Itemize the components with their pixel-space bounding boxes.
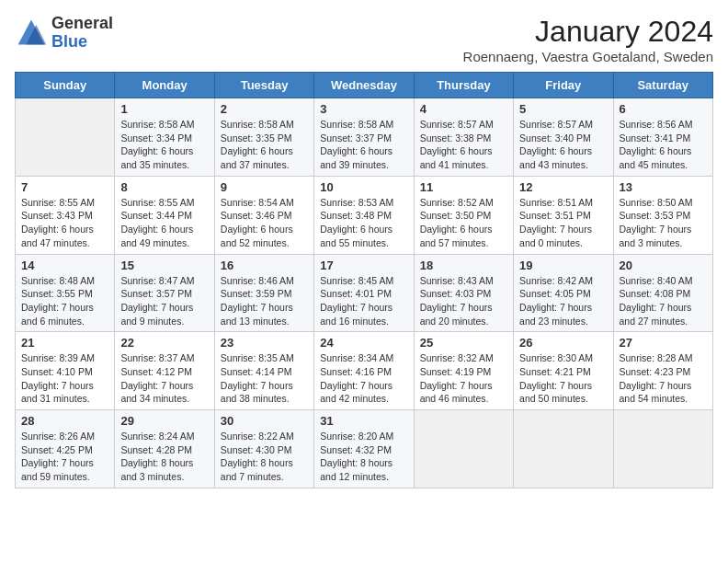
- page-header: General Blue January 2024 Roennaeng, Vae…: [15, 15, 713, 64]
- day-cell: 6Sunrise: 8:56 AM Sunset: 3:41 PM Daylig…: [613, 98, 712, 177]
- day-number: 23: [221, 336, 308, 350]
- day-number: 5: [519, 102, 607, 116]
- day-info: Sunrise: 8:52 AM Sunset: 3:50 PM Dayligh…: [420, 196, 507, 250]
- day-cell: 21Sunrise: 8:39 AM Sunset: 4:10 PM Dayli…: [16, 332, 115, 410]
- day-cell: [514, 410, 613, 488]
- day-info: Sunrise: 8:45 AM Sunset: 4:01 PM Dayligh…: [320, 274, 407, 328]
- week-row-3: 14Sunrise: 8:48 AM Sunset: 3:55 PM Dayli…: [16, 254, 713, 332]
- header-cell-monday: Monday: [115, 73, 214, 98]
- day-cell: 17Sunrise: 8:45 AM Sunset: 4:01 PM Dayli…: [314, 254, 414, 332]
- day-info: Sunrise: 8:35 AM Sunset: 4:14 PM Dayligh…: [221, 351, 308, 406]
- week-row-4: 21Sunrise: 8:39 AM Sunset: 4:10 PM Dayli…: [16, 332, 713, 410]
- day-cell: 15Sunrise: 8:47 AM Sunset: 3:57 PM Dayli…: [115, 254, 214, 332]
- day-number: 27: [620, 336, 707, 350]
- month-year: January 2024: [463, 15, 713, 49]
- day-info: Sunrise: 8:20 AM Sunset: 4:32 PM Dayligh…: [320, 430, 407, 484]
- day-number: 15: [120, 259, 208, 272]
- day-cell: 14Sunrise: 8:48 AM Sunset: 3:55 PM Dayli…: [16, 254, 115, 332]
- day-cell: 1Sunrise: 8:58 AM Sunset: 3:34 PM Daylig…: [115, 98, 214, 177]
- day-info: Sunrise: 8:22 AM Sunset: 4:30 PM Dayligh…: [221, 430, 308, 484]
- calendar-table: SundayMondayTuesdayWednesdayThursdayFrid…: [15, 72, 713, 488]
- day-cell: 13Sunrise: 8:50 AM Sunset: 3:53 PM Dayli…: [613, 176, 712, 254]
- day-cell: 30Sunrise: 8:22 AM Sunset: 4:30 PM Dayli…: [214, 410, 313, 488]
- day-cell: 26Sunrise: 8:30 AM Sunset: 4:21 PM Dayli…: [514, 332, 613, 410]
- week-row-5: 28Sunrise: 8:26 AM Sunset: 4:25 PM Dayli…: [16, 410, 713, 488]
- day-number: 18: [420, 259, 507, 272]
- day-info: Sunrise: 8:32 AM Sunset: 4:19 PM Dayligh…: [420, 351, 507, 406]
- day-cell: 28Sunrise: 8:26 AM Sunset: 4:25 PM Dayli…: [16, 410, 115, 488]
- logo-general: General: [51, 14, 113, 32]
- day-cell: 23Sunrise: 8:35 AM Sunset: 4:14 PM Dayli…: [214, 332, 313, 410]
- header-row: SundayMondayTuesdayWednesdayThursdayFrid…: [16, 73, 713, 98]
- week-row-2: 7Sunrise: 8:55 AM Sunset: 3:43 PM Daylig…: [16, 176, 713, 254]
- day-cell: 8Sunrise: 8:55 AM Sunset: 3:44 PM Daylig…: [115, 176, 214, 254]
- day-number: 14: [21, 259, 108, 272]
- day-number: 3: [320, 102, 407, 116]
- header-cell-saturday: Saturday: [613, 73, 712, 98]
- day-number: 20: [620, 259, 707, 272]
- day-info: Sunrise: 8:43 AM Sunset: 4:03 PM Dayligh…: [420, 274, 507, 328]
- header-cell-sunday: Sunday: [16, 73, 115, 98]
- day-number: 6: [620, 102, 707, 116]
- day-cell: [613, 410, 712, 488]
- day-info: Sunrise: 8:55 AM Sunset: 3:43 PM Dayligh…: [21, 196, 108, 250]
- day-cell: 31Sunrise: 8:20 AM Sunset: 4:32 PM Dayli…: [314, 410, 414, 488]
- logo-text: General Blue: [51, 15, 113, 52]
- day-number: 28: [21, 414, 108, 428]
- day-cell: 27Sunrise: 8:28 AM Sunset: 4:23 PM Dayli…: [613, 332, 712, 410]
- day-info: Sunrise: 8:58 AM Sunset: 3:35 PM Dayligh…: [221, 118, 308, 172]
- day-info: Sunrise: 8:26 AM Sunset: 4:25 PM Dayligh…: [21, 430, 108, 484]
- day-info: Sunrise: 8:58 AM Sunset: 3:34 PM Dayligh…: [120, 118, 208, 172]
- day-info: Sunrise: 8:53 AM Sunset: 3:48 PM Dayligh…: [320, 196, 407, 250]
- day-number: 10: [320, 180, 407, 194]
- day-info: Sunrise: 8:46 AM Sunset: 3:59 PM Dayligh…: [221, 274, 308, 328]
- header-cell-tuesday: Tuesday: [214, 73, 313, 98]
- day-cell: 22Sunrise: 8:37 AM Sunset: 4:12 PM Dayli…: [115, 332, 214, 410]
- day-cell: 25Sunrise: 8:32 AM Sunset: 4:19 PM Dayli…: [414, 332, 513, 410]
- day-cell: 2Sunrise: 8:58 AM Sunset: 3:35 PM Daylig…: [214, 98, 313, 177]
- day-number: 9: [221, 180, 308, 194]
- day-number: 12: [519, 180, 607, 194]
- day-cell: 29Sunrise: 8:24 AM Sunset: 4:28 PM Dayli…: [115, 410, 214, 488]
- day-info: Sunrise: 8:40 AM Sunset: 4:08 PM Dayligh…: [620, 274, 707, 328]
- day-info: Sunrise: 8:42 AM Sunset: 4:05 PM Dayligh…: [519, 274, 607, 328]
- day-number: 29: [120, 414, 208, 428]
- day-cell: 7Sunrise: 8:55 AM Sunset: 3:43 PM Daylig…: [16, 176, 115, 254]
- day-number: 17: [320, 259, 407, 272]
- day-number: 7: [21, 180, 108, 194]
- day-info: Sunrise: 8:57 AM Sunset: 3:40 PM Dayligh…: [519, 118, 607, 172]
- day-number: 4: [420, 102, 507, 116]
- day-number: 25: [420, 336, 507, 350]
- day-info: Sunrise: 8:24 AM Sunset: 4:28 PM Dayligh…: [120, 430, 208, 484]
- location: Roennaeng, Vaestra Goetaland, Sweden: [463, 49, 713, 64]
- calendar-header: SundayMondayTuesdayWednesdayThursdayFrid…: [16, 73, 713, 98]
- logo-icon: [15, 17, 48, 50]
- calendar-body: 1Sunrise: 8:58 AM Sunset: 3:34 PM Daylig…: [16, 98, 713, 488]
- day-info: Sunrise: 8:37 AM Sunset: 4:12 PM Dayligh…: [120, 351, 208, 406]
- day-number: 2: [221, 102, 308, 116]
- day-info: Sunrise: 8:34 AM Sunset: 4:16 PM Dayligh…: [320, 351, 407, 406]
- day-info: Sunrise: 8:39 AM Sunset: 4:10 PM Dayligh…: [21, 351, 108, 406]
- day-info: Sunrise: 8:30 AM Sunset: 4:21 PM Dayligh…: [519, 351, 607, 406]
- day-cell: 3Sunrise: 8:58 AM Sunset: 3:37 PM Daylig…: [314, 98, 414, 177]
- logo-blue: Blue: [51, 32, 87, 51]
- day-info: Sunrise: 8:28 AM Sunset: 4:23 PM Dayligh…: [620, 351, 707, 406]
- day-info: Sunrise: 8:58 AM Sunset: 3:37 PM Dayligh…: [320, 118, 407, 172]
- day-cell: [414, 410, 513, 488]
- header-cell-thursday: Thursday: [414, 73, 513, 98]
- day-number: 21: [21, 336, 108, 350]
- day-number: 26: [519, 336, 607, 350]
- day-info: Sunrise: 8:48 AM Sunset: 3:55 PM Dayligh…: [21, 274, 108, 328]
- day-info: Sunrise: 8:47 AM Sunset: 3:57 PM Dayligh…: [120, 274, 208, 328]
- week-row-1: 1Sunrise: 8:58 AM Sunset: 3:34 PM Daylig…: [16, 98, 713, 177]
- day-cell: 24Sunrise: 8:34 AM Sunset: 4:16 PM Dayli…: [314, 332, 414, 410]
- logo: General Blue: [15, 15, 113, 52]
- day-cell: 20Sunrise: 8:40 AM Sunset: 4:08 PM Dayli…: [613, 254, 712, 332]
- day-number: 30: [221, 414, 308, 428]
- day-info: Sunrise: 8:50 AM Sunset: 3:53 PM Dayligh…: [620, 196, 707, 250]
- day-number: 22: [120, 336, 208, 350]
- day-cell: 4Sunrise: 8:57 AM Sunset: 3:38 PM Daylig…: [414, 98, 513, 177]
- day-number: 19: [519, 259, 607, 272]
- header-cell-wednesday: Wednesday: [314, 73, 414, 98]
- day-number: 31: [320, 414, 407, 428]
